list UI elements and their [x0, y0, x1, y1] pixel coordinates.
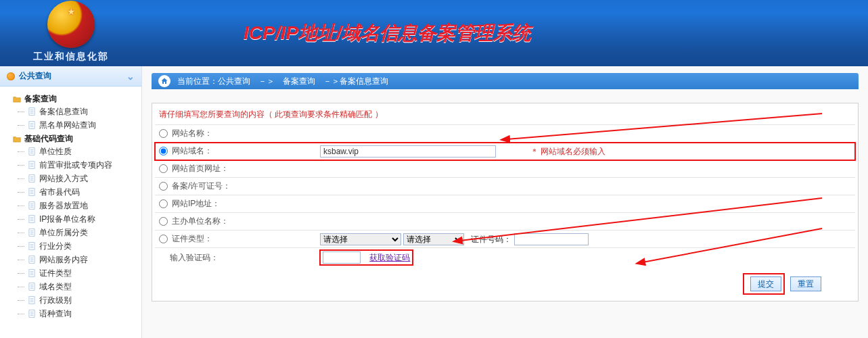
main-content: 当前位置：公共查询 －＞ 备案查询 －＞备案信息查询 请仔细填写您所要查询的内容…	[142, 66, 868, 338]
radio-cert-type[interactable]	[159, 235, 168, 243]
tree-item-label: 黑名单网站查询	[39, 118, 96, 132]
document-icon	[27, 214, 37, 224]
cert-type-select-1[interactable]: 请选择	[320, 233, 401, 245]
folder-icon	[12, 95, 22, 104]
document-icon	[27, 120, 37, 130]
page-title: ICP/IP地址/域名信息备案管理系统	[142, 20, 868, 46]
document-icon	[27, 241, 37, 251]
tree-group[interactable]: 基础代码查询	[12, 133, 137, 145]
submit-button[interactable]: 提交	[750, 276, 781, 291]
cert-id-input[interactable]	[514, 233, 589, 245]
tree-item[interactable]: IP报备单位名称	[12, 212, 137, 226]
row-domain: 网站域名： ＊ 网站域名必须输入	[155, 143, 855, 160]
chevron-down-icon: ⌄	[127, 71, 135, 82]
radio-domain[interactable]	[159, 147, 168, 155]
label-cert-id: 证件号码：	[471, 235, 511, 244]
label-ip: 网站IP地址：	[172, 199, 220, 208]
tree-item[interactable]: 服务器放置地	[12, 199, 137, 212]
radio-homepage[interactable]	[159, 164, 168, 173]
captcha-input[interactable]	[323, 251, 361, 264]
tree-item-label: 证件类型	[39, 266, 72, 280]
label-sponsor: 主办单位名称：	[172, 216, 229, 226]
home-icon	[158, 75, 170, 87]
tree-item-label: 前置审批或专项内容	[39, 158, 112, 172]
label-captcha: 输入验证码：	[170, 253, 219, 262]
breadcrumb: 当前位置：公共查询 －＞ 备案查询 －＞备案信息查询	[152, 73, 859, 89]
tree-group-label: 基础代码查询	[24, 133, 73, 145]
label-site-name: 网站名称：	[172, 128, 212, 138]
cert-type-select-2[interactable]: 请选择	[403, 233, 464, 245]
tree-item-label: 行业分类	[39, 239, 72, 253]
tree-item-label: 网站服务内容	[39, 253, 88, 266]
document-icon	[27, 295, 37, 305]
radio-license[interactable]	[159, 182, 168, 191]
tree-item[interactable]: 行业分类	[12, 239, 137, 253]
tree-group[interactable]: 备案查询	[12, 93, 137, 105]
document-icon	[27, 187, 37, 197]
document-icon	[27, 228, 37, 237]
national-emblem-icon	[47, 1, 95, 48]
reset-button[interactable]: 重置	[790, 276, 821, 291]
tree-item-label: 省市县代码	[39, 185, 80, 199]
radio-site-name[interactable]	[159, 129, 168, 138]
document-icon	[27, 268, 37, 278]
tree-item[interactable]: 语种查询	[12, 307, 137, 320]
form-instruction: 请仔细填写您所要查询的内容（ 此项查询要求条件精确匹配 ）	[155, 103, 855, 124]
sidebar-tree: 备案查询备案信息查询黑名单网站查询基础代码查询单位性质前置审批或专项内容网站接入…	[0, 87, 141, 326]
tree-group-label: 备案查询	[24, 93, 57, 105]
document-icon	[27, 201, 37, 210]
tree-item[interactable]: 域名类型	[12, 280, 137, 293]
tree-item-label: 语种查询	[39, 307, 72, 320]
tree-item-label: 单位性质	[39, 145, 72, 158]
sidebar-section-title: 公共查询	[19, 70, 51, 82]
tree-item-label: 域名类型	[39, 280, 72, 293]
document-icon	[27, 107, 37, 116]
query-form-table: 网站名称： 网站域名： ＊ 网站域名必须输入 网站首页网址： 备案/	[155, 124, 855, 267]
row-homepage: 网站首页网址：	[155, 160, 855, 178]
label-domain: 网站域名：	[172, 146, 212, 155]
tree-item[interactable]: 单位性质	[12, 145, 137, 158]
row-captcha: 输入验证码： 获取验证码	[155, 248, 855, 268]
tree-item[interactable]: 黑名单网站查询	[12, 118, 137, 132]
tree-item-label: 服务器放置地	[39, 199, 88, 212]
query-form-panel: 请仔细填写您所要查询的内容（ 此项查询要求条件精确匹配 ） 网站名称： 网站域名…	[152, 103, 859, 301]
document-icon	[27, 282, 37, 291]
app-header: 工业和信息化部 ICP/IP地址/域名信息备案管理系统	[0, 0, 868, 66]
row-ip: 网站IP地址：	[155, 195, 855, 213]
sidebar-section-header[interactable]: 公共查询 ⌄	[0, 66, 141, 87]
domain-required-note: ＊ 网站域名必须输入	[530, 147, 606, 156]
tree-item[interactable]: 前置审批或专项内容	[12, 158, 137, 172]
document-icon	[27, 309, 37, 318]
tree-item[interactable]: 网站服务内容	[12, 253, 137, 266]
radio-ip[interactable]	[159, 199, 168, 208]
tree-item[interactable]: 行政级别	[12, 293, 137, 307]
row-site-name: 网站名称：	[155, 125, 855, 143]
radio-sponsor[interactable]	[159, 217, 168, 226]
row-license: 备案/许可证号：	[155, 178, 855, 195]
label-license: 备案/许可证号：	[172, 181, 231, 191]
get-captcha-link[interactable]: 获取验证码	[369, 253, 410, 262]
breadcrumb-text: 当前位置：公共查询 －＞ 备案查询 －＞备案信息查询	[177, 76, 388, 87]
folder-icon	[12, 135, 22, 144]
tree-item-label: 单位所属分类	[39, 226, 88, 239]
tree-item[interactable]: 网站接入方式	[12, 172, 137, 185]
document-icon	[27, 147, 37, 156]
form-buttons: 提交 重置	[155, 267, 855, 294]
sidebar: 公共查询 ⌄ 备案查询备案信息查询黑名单网站查询基础代码查询单位性质前置审批或专…	[0, 66, 142, 338]
tree-item-label: IP报备单位名称	[39, 212, 95, 226]
emblem-block: 工业和信息化部	[0, 1, 142, 63]
tree-item-label: 备案信息查询	[39, 105, 88, 118]
row-cert-type: 证件类型： 请选择 请选择 证件号码：	[155, 231, 855, 248]
tree-item[interactable]: 证件类型	[12, 266, 137, 280]
tree-item[interactable]: 单位所属分类	[12, 226, 137, 239]
label-cert-type: 证件类型：	[172, 234, 212, 243]
document-icon	[27, 174, 37, 183]
document-icon	[27, 255, 37, 264]
tree-item[interactable]: 省市县代码	[12, 185, 137, 199]
domain-input[interactable]	[320, 145, 496, 158]
org-name: 工业和信息化部	[33, 51, 109, 63]
document-icon	[27, 160, 37, 170]
label-homepage: 网站首页网址：	[172, 164, 229, 173]
tree-item[interactable]: 备案信息查询	[12, 105, 137, 118]
tree-item-label: 网站接入方式	[39, 172, 88, 185]
